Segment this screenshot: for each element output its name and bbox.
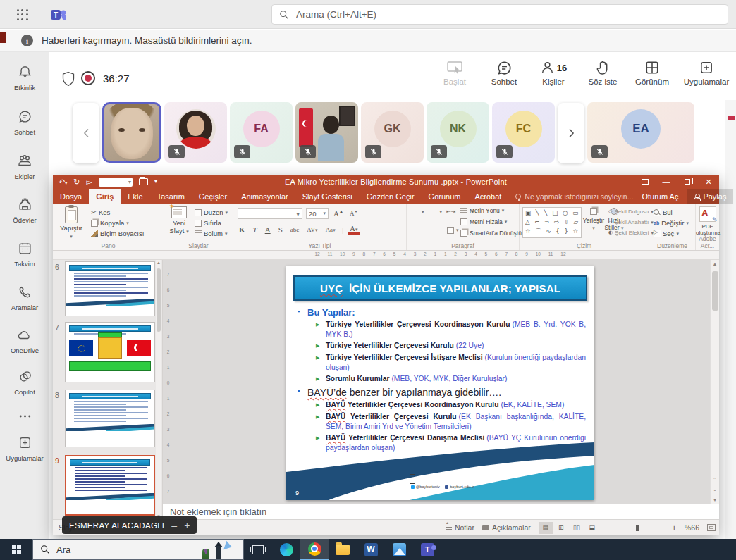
scroll-down-icon[interactable]: ▼ bbox=[711, 497, 719, 502]
pill-zoom-out-button[interactable]: – bbox=[171, 520, 177, 531]
shape-fill-button[interactable]: ◇Şekil Dolgusu▾ bbox=[608, 209, 654, 215]
sidebar-item-takvim[interactable]: Takvim bbox=[0, 241, 49, 268]
align-text-button[interactable]: Metni Hizala▾ bbox=[460, 218, 507, 225]
participant-tile-avatar[interactable] bbox=[164, 102, 227, 163]
text-direction-button[interactable]: Metin Yönü▾ bbox=[460, 207, 504, 214]
shape-outline-button[interactable]: ▱Şekil Anahattı▾ bbox=[608, 219, 654, 225]
bullets-button[interactable] bbox=[410, 209, 417, 215]
columns-button[interactable] bbox=[447, 227, 454, 234]
restore-button[interactable] bbox=[677, 175, 698, 189]
tab-gorunum[interactable]: Görünüm bbox=[422, 189, 468, 204]
change-case-button[interactable]: Aa▾ bbox=[324, 226, 337, 233]
numbering-button[interactable] bbox=[429, 209, 436, 215]
participant-tile-video[interactable] bbox=[295, 102, 358, 163]
sidebar-item-copilot[interactable]: Copilot bbox=[0, 369, 49, 396]
sidebar-item-etkinlik[interactable]: Etkinlik bbox=[0, 65, 49, 92]
reset-button[interactable]: Sıfırla bbox=[195, 219, 221, 227]
tab-giris[interactable]: Giriş bbox=[89, 189, 121, 204]
scrollbar-thumb[interactable] bbox=[712, 271, 718, 311]
zoom-slider-thumb[interactable] bbox=[636, 525, 639, 531]
tell-me-box[interactable]: Ne yapmak istediğinizi söyleyin... bbox=[515, 189, 633, 204]
thumbnail-scrollbar[interactable]: ▲ ▼ bbox=[156, 260, 161, 519]
tab-gecisler[interactable]: Geçişler bbox=[192, 189, 234, 204]
tab-animasyonlar[interactable]: Animasyonlar bbox=[234, 189, 295, 204]
share-start-button[interactable]: Başlat bbox=[433, 58, 477, 86]
participant-tile-active-speaker[interactable] bbox=[102, 102, 161, 163]
raise-hand-button[interactable]: Söz iste bbox=[581, 58, 625, 86]
tab-ekle[interactable]: Ekle bbox=[121, 189, 149, 204]
teams-search-box[interactable] bbox=[271, 4, 728, 25]
zoom-slider[interactable] bbox=[616, 528, 667, 528]
apps-button[interactable]: Uygulamalar bbox=[680, 58, 733, 86]
zoom-percentage[interactable]: %66 bbox=[685, 523, 699, 532]
slide-editor[interactable]: UYÇ İÇİN ÜLKEMİZCE YAPILANLAR; YAPISAL ▪… bbox=[286, 266, 594, 500]
alignment-buttons[interactable] bbox=[410, 228, 445, 234]
tab-dosya[interactable]: Dosya bbox=[53, 189, 89, 204]
slide-scrollbar[interactable]: ▲ ⌃ ⌄ ▼ bbox=[710, 260, 719, 504]
sidebar-item-odevler[interactable]: Ödevler bbox=[0, 197, 49, 224]
taskbar-search-box[interactable] bbox=[32, 539, 244, 560]
share-button[interactable]: Paylaş bbox=[687, 189, 733, 204]
scrollbar-thumb[interactable] bbox=[157, 268, 161, 332]
font-size-box[interactable]: 20▾ bbox=[306, 208, 329, 219]
indent-buttons[interactable]: ⇤⇥ bbox=[446, 209, 455, 215]
thumbnail-slide-9-selected[interactable]: 9 bbox=[53, 455, 163, 517]
minimize-button[interactable]: — bbox=[656, 175, 677, 189]
next-slide-icon[interactable]: ⌄ bbox=[711, 487, 719, 492]
start-button[interactable] bbox=[0, 539, 32, 560]
photos-taskbar-button[interactable] bbox=[385, 539, 413, 560]
strikethrough-button[interactable]: abc bbox=[289, 226, 301, 233]
strip-scroll-left-button[interactable] bbox=[73, 103, 99, 163]
italic-button[interactable]: T bbox=[252, 225, 259, 234]
previous-slide-icon[interactable]: ⌃ bbox=[711, 477, 719, 483]
people-button[interactable]: 16 Kişiler bbox=[532, 58, 575, 86]
sidebar-item-uygulamalar[interactable]: Uygulamalar bbox=[0, 435, 49, 462]
font-color-button[interactable]: A▾ bbox=[348, 225, 359, 235]
participant-tile-fc[interactable]: FC bbox=[492, 102, 555, 163]
reading-view-button[interactable]: ▯▯ bbox=[570, 522, 584, 534]
file-explorer-taskbar-button[interactable] bbox=[329, 539, 357, 560]
section-button[interactable]: Bölüm▾ bbox=[195, 230, 227, 237]
arrange-button[interactable]: Yerleştir▾ bbox=[582, 208, 605, 232]
tab-tasarim[interactable]: Tasarım bbox=[150, 189, 192, 204]
tab-gozden-gecir[interactable]: Gözden Geçir bbox=[360, 189, 422, 204]
sidebar-item-more[interactable] bbox=[0, 410, 49, 424]
text-shadow-button[interactable]: S bbox=[277, 225, 284, 234]
strip-scroll-right-button[interactable] bbox=[558, 103, 584, 163]
tab-acrobat[interactable]: Acrobat bbox=[467, 189, 508, 204]
app-launcher-waffle-icon[interactable] bbox=[17, 9, 28, 20]
chrome-taskbar-button[interactable] bbox=[300, 539, 329, 560]
convert-smartart-button[interactable]: SmartArt'a Dönüştür▾ bbox=[460, 230, 528, 237]
notes-pane[interactable]: Not eklemek için tıklatın bbox=[163, 504, 719, 519]
normal-view-button[interactable]: ▤ bbox=[539, 522, 553, 534]
comments-toggle-button[interactable]: Açıklamalar bbox=[482, 523, 531, 532]
open-folder-icon[interactable] bbox=[139, 178, 148, 185]
sidebar-item-sohbet[interactable]: Sohbet bbox=[0, 109, 49, 136]
find-button[interactable]: Bul bbox=[654, 209, 673, 216]
bold-button[interactable]: K bbox=[238, 225, 247, 234]
format-painter-button[interactable]: Biçim Boyacısı bbox=[91, 230, 144, 237]
slide-title[interactable]: UYÇ İÇİN ÜLKEMİZCE YAPILANLAR; YAPISAL bbox=[293, 275, 587, 301]
zoom-out-button[interactable]: − bbox=[607, 523, 613, 533]
slideshow-view-button[interactable]: ⬓ bbox=[585, 522, 599, 534]
shape-effects-button[interactable]: ◐Şekil Efektleri▾ bbox=[608, 230, 654, 236]
redo-icon[interactable]: ↻ bbox=[73, 178, 80, 186]
slide-sorter-view-button[interactable]: ⊞ bbox=[554, 522, 568, 534]
notes-toggle-button[interactable]: Notlar bbox=[446, 523, 474, 532]
pill-zoom-in-button[interactable]: + bbox=[184, 520, 190, 531]
teams-taskbar-button[interactable]: T bbox=[413, 539, 441, 560]
sidebar-item-ekipler[interactable]: Ekipler bbox=[0, 154, 49, 180]
fit-to-window-button[interactable] bbox=[707, 524, 716, 531]
select-button[interactable]: Seç▾ bbox=[654, 230, 679, 237]
search-input[interactable] bbox=[296, 9, 693, 20]
tab-slayt-gosterisi[interactable]: Slayt Gösterisi bbox=[295, 189, 360, 204]
stage-scrollbar[interactable] bbox=[725, 100, 736, 539]
cut-button[interactable]: ✂Kes bbox=[91, 209, 110, 216]
edge-taskbar-button[interactable] bbox=[272, 539, 300, 560]
scroll-up-icon[interactable]: ▲ bbox=[711, 261, 719, 266]
font-name-box[interactable]: ▾ bbox=[238, 208, 302, 219]
taskbar-search-input[interactable] bbox=[56, 545, 162, 555]
ribbon-display-options-button[interactable] bbox=[634, 175, 656, 189]
participant-tile-ea[interactable]: EA bbox=[587, 102, 694, 163]
replace-button[interactable]: abDeğiştir▾ bbox=[654, 219, 689, 227]
